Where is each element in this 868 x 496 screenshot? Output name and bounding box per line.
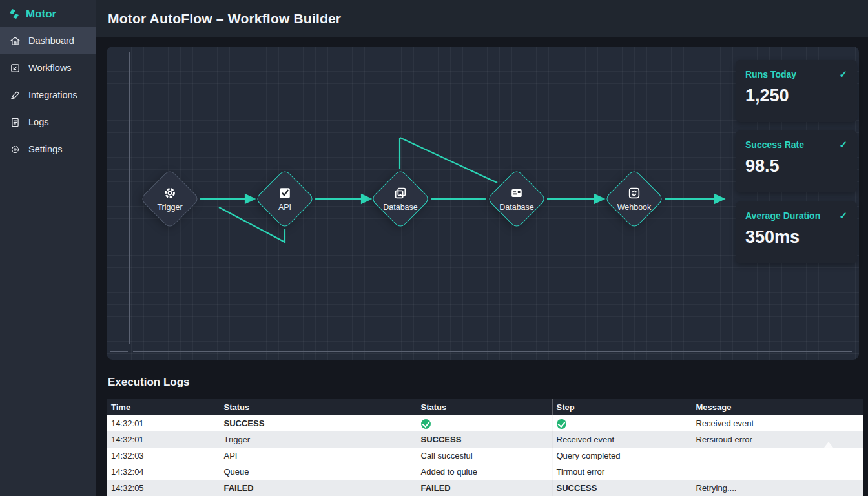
sidebar-item-dashboard[interactable]: Dashboard <box>0 27 96 54</box>
app-window: Motor Dashboard Workflows Integrations L… <box>0 0 868 496</box>
table-row[interactable]: 14:32:05 FAILED FAILED SUCCESS Retrying.… <box>107 480 863 496</box>
node-label: Trigger <box>157 203 182 212</box>
loop-icon <box>627 186 641 200</box>
content-area: Trigger API <box>96 37 868 496</box>
cell-message: Received event <box>692 415 863 431</box>
node-label: Wehbook <box>617 203 652 212</box>
sidebar-item-label: Integrations <box>28 90 78 100</box>
check-square-icon <box>278 186 292 200</box>
node-database-2-inner: Database <box>487 169 546 229</box>
column-header-time[interactable]: Time <box>107 399 220 415</box>
cell-status2: Added to quiue <box>417 464 552 480</box>
cell-step <box>552 415 692 431</box>
stat-value: 350ms <box>745 227 847 247</box>
node-webhook[interactable]: Wehbook <box>604 169 664 229</box>
column-header-status2[interactable]: Status <box>417 399 552 415</box>
workflow-canvas[interactable]: Trigger API <box>107 46 859 360</box>
check-circle-icon <box>421 419 431 429</box>
check-icon: ✓ <box>839 210 847 222</box>
caret-artifact <box>824 442 833 448</box>
cell-status1: SUCCESS <box>220 415 417 431</box>
cell-status2: SUCCESS <box>417 431 552 448</box>
copy-icon <box>393 186 408 200</box>
cell-time: 14:32:01 <box>107 415 220 431</box>
node-database-1[interactable]: Database <box>370 169 430 229</box>
stat-label: Success Rate <box>745 140 804 150</box>
cell-status2: FAILED <box>417 480 552 496</box>
cell-status1: Trigger <box>220 431 417 448</box>
node-label: API <box>278 203 291 212</box>
stat-label: Average Duration <box>745 211 820 221</box>
stat-value: 98.5 <box>745 156 847 176</box>
check-icon: ✓ <box>839 68 847 80</box>
table-row[interactable]: 14:32:04 Queue Added to quiue Tirmout er… <box>107 464 863 480</box>
node-webhook-inner: Wehbook <box>604 169 664 229</box>
stat-card-average-duration[interactable]: Average Duration ✓ 350ms <box>736 202 857 264</box>
sidebar-item-label: Workflows <box>28 63 72 73</box>
sidebar-item-workflows[interactable]: Workflows <box>0 54 96 81</box>
cell-time: 14:32:01 <box>107 431 220 448</box>
node-api[interactable]: API <box>254 169 315 229</box>
cell-time: 14:32:05 <box>107 480 220 496</box>
brand-name: Motor <box>26 8 56 21</box>
sidebar-item-settings[interactable]: Settings <box>0 136 96 163</box>
cell-message <box>692 464 863 480</box>
gear-icon <box>9 143 21 155</box>
cell-time: 14:32:04 <box>107 464 220 480</box>
cell-status1: API <box>220 448 417 464</box>
sidebar-item-logs[interactable]: Logs <box>0 108 96 136</box>
table-row[interactable]: 14:32:01 Trigger SUCCESS Received event … <box>107 431 863 448</box>
node-database-2[interactable]: Database <box>486 169 546 229</box>
page-title: Motor AutoFlow – Workflow Builder <box>108 11 341 26</box>
stat-card-runs-today[interactable]: Runs Today ✓ 1,250 <box>736 60 857 122</box>
sidebar: Motor Dashboard Workflows Integrations L… <box>0 0 96 496</box>
pen-icon <box>9 89 21 101</box>
column-header-status1[interactable]: Status <box>220 399 417 415</box>
card-icon <box>510 186 524 200</box>
cell-status2: Call succesful <box>417 448 552 464</box>
node-label: Database <box>499 203 534 212</box>
table-row[interactable]: 14:32:01 SUCCESS Received event <box>107 415 863 431</box>
workflow-icon <box>9 62 21 74</box>
cell-step: Received event <box>552 431 692 448</box>
column-header-step[interactable]: Step <box>552 399 692 415</box>
cell-message: Rersiroud error <box>692 431 863 448</box>
main-area: Motor AutoFlow – Workflow Builder <box>96 0 868 496</box>
stat-card-success-rate[interactable]: Success Rate ✓ 98.5 <box>736 130 857 192</box>
sidebar-item-label: Dashboard <box>28 36 74 46</box>
execution-logs-table: Time Status Status Step Message 14:32:01… <box>107 399 864 496</box>
page-header: Motor AutoFlow – Workflow Builder <box>96 0 868 37</box>
cell-step: SUCCESS <box>552 480 692 496</box>
cell-time: 14:32:03 <box>107 448 220 464</box>
node-api-inner: API <box>255 169 315 229</box>
table-row[interactable]: 14:32:03 API Call succesful Query comple… <box>107 448 863 464</box>
cell-status1: Queue <box>220 464 417 480</box>
brand-logo[interactable]: Motor <box>0 0 96 27</box>
table-header-row: Time Status Status Step Message <box>107 399 863 415</box>
node-trigger-inner: Trigger <box>140 169 200 229</box>
document-icon <box>9 116 21 128</box>
sidebar-item-integrations[interactable]: Integrations <box>0 81 96 108</box>
sidebar-item-label: Logs <box>28 117 48 127</box>
stat-label: Runs Today <box>745 69 796 79</box>
cell-status2 <box>417 415 552 431</box>
cell-step: Query completed <box>552 448 692 464</box>
cell-step: Tirmout error <box>552 464 692 480</box>
logs-heading: Execution Logs <box>108 376 190 389</box>
check-icon: ✓ <box>839 139 847 150</box>
sidebar-item-label: Settings <box>28 144 62 154</box>
cell-message <box>692 448 863 464</box>
check-circle-icon <box>557 419 566 429</box>
node-trigger[interactable]: Trigger <box>140 169 200 229</box>
cell-message: Retrying.... <box>692 480 863 496</box>
stat-value: 1,250 <box>745 86 847 106</box>
gear-icon <box>163 186 177 200</box>
node-database-1-inner: Database <box>371 169 430 229</box>
column-header-message[interactable]: Message <box>692 399 863 415</box>
motor-bolt-icon <box>8 8 21 20</box>
cell-status1: FAILED <box>220 480 417 496</box>
node-label: Database <box>383 203 418 212</box>
home-icon <box>9 35 21 46</box>
